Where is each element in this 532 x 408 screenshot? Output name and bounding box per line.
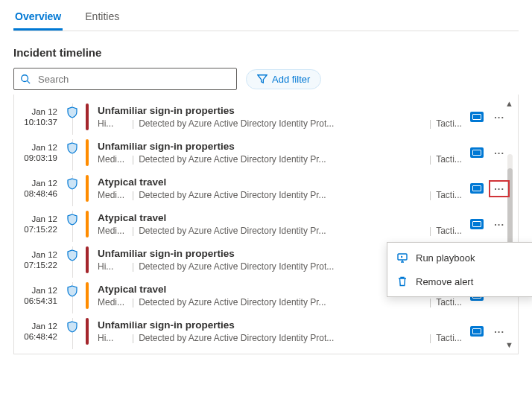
timestamp-time: 06:54:31 [14,296,57,306]
add-filter-label: Add filter [272,74,310,85]
timestamp-time: 07:15:22 [14,224,57,235]
alert-type-icon-col [63,139,81,166]
detected-by: Detected by Azure Active Directory Ident… [139,226,425,236]
alert-title: Unfamiliar sign-in properties [98,319,466,331]
alert-type-icon-col [63,211,81,238]
tactics-label: Tacti... [436,297,466,307]
search-box[interactable] [13,68,237,90]
alert-type-icon-col [63,318,81,345]
shield-icon [66,214,78,226]
shield-icon [66,142,78,154]
alert-meta: Medi...|Detected by Azure Active Directo… [98,190,466,200]
alert-type-icon-col [63,246,81,273]
timeline-row[interactable]: Jan 1208:48:46Atypical travelMedi...|Det… [14,170,513,206]
timeline-panel: ▲ ▼ Jan 1210:10:37Unfamiliar sign-in pro… [13,95,519,354]
more-actions-button[interactable]: ··· [491,325,507,338]
alert-type-icon-col [63,175,81,202]
context-menu: Run playbook Remove alert [387,242,532,297]
search-icon [20,74,31,84]
more-actions-button[interactable]: ··· [491,218,507,231]
tactics-label: Tacti... [436,118,466,129]
workspace-icon [470,112,484,122]
detected-by: Detected by Azure Active Directory Ident… [139,261,425,272]
menu-run-playbook[interactable]: Run playbook [387,246,532,270]
alert-type-icon-col [63,282,81,309]
timeline-row[interactable]: Jan 1210:10:37Unfamiliar sign-in propert… [14,99,513,135]
alert-title: Unfamiliar sign-in properties [98,141,466,152]
workspace-icon [470,219,484,229]
timestamp-date: Jan 12 [14,106,57,117]
timestamp-date: Jan 12 [14,249,57,260]
detected-by: Detected by Azure Active Directory Ident… [139,190,425,200]
menu-remove-alert-label: Remove alert [416,276,473,287]
timestamp-time: 09:03:19 [14,153,57,163]
search-input[interactable] [37,73,230,86]
severity-bar [86,175,89,202]
shield-icon [66,178,78,190]
tactics-label: Tacti... [436,154,466,165]
severity-label: Medi... [98,190,127,200]
timestamp: Jan 1208:48:46 [14,175,59,202]
alert-title: Atypical travel [98,176,466,188]
playbook-icon [396,252,408,264]
severity-bar [86,139,89,166]
more-actions-button[interactable]: ··· [491,182,507,195]
timestamp-date: Jan 12 [14,214,57,224]
row-actions: ··· [470,139,510,166]
trash-icon [396,275,408,287]
timestamp-date: Jan 12 [14,142,57,153]
tactics-label: Tacti... [436,190,466,200]
row-actions: ··· [470,103,510,130]
severity-label: Hi... [98,118,127,129]
timeline-row[interactable]: Jan 1206:48:42Unfamiliar sign-in propert… [14,313,513,349]
alert-meta: Medi...|Detected by Azure Active Directo… [98,226,466,236]
alert-body: Unfamiliar sign-in propertiesHi...|Detec… [93,103,466,130]
tab-overview[interactable]: Overview [13,6,63,31]
controls-row: Add filter [13,68,519,90]
timestamp-time: 06:48:42 [14,331,57,342]
timestamp: Jan 1206:48:42 [14,318,59,345]
workspace-icon [470,326,484,337]
alert-type-icon-col [63,103,81,130]
timestamp-date: Jan 12 [14,178,57,188]
timestamp: Jan 1207:15:22 [14,246,59,273]
alert-body: Atypical travelMedi...|Detected by Azure… [93,211,466,238]
timeline-rows: Jan 1210:10:37Unfamiliar sign-in propert… [14,99,513,349]
timeline-row[interactable]: Jan 1209:03:19Unfamiliar sign-in propert… [14,135,513,170]
workspace-icon [470,147,484,158]
more-actions-button[interactable]: ··· [491,147,507,159]
more-actions-button[interactable]: ··· [491,111,507,124]
svg-line-1 [28,81,31,84]
alert-title: Atypical travel [98,212,466,223]
timestamp-time: 08:48:46 [14,188,57,199]
severity-bar [86,282,89,309]
alert-meta: Hi...|Detected by Azure Active Directory… [98,118,466,129]
row-actions: ··· [470,318,510,345]
alert-body: Unfamiliar sign-in propertiesMedi...|Det… [93,139,466,166]
panel-title: Incident timeline [13,46,519,59]
alert-meta: Hi...|Detected by Azure Active Directory… [98,333,466,343]
add-filter-button[interactable]: Add filter [246,69,321,89]
tactics-label: Tacti... [436,333,466,343]
row-actions: ··· [470,175,510,202]
shield-icon [66,106,78,118]
svg-point-0 [22,75,28,82]
row-actions: ··· [470,211,510,238]
detected-by: Detected by Azure Active Directory Ident… [139,333,425,343]
timeline-row[interactable]: Jan 1207:15:22Atypical travelMedi...|Det… [14,206,513,242]
timestamp-date: Jan 12 [14,285,57,296]
timestamp: Jan 1210:10:37 [14,103,59,130]
shield-icon [66,321,78,333]
menu-remove-alert[interactable]: Remove alert [387,270,532,293]
severity-label: Medi... [98,226,127,236]
tab-entities[interactable]: Entities [83,6,121,31]
timestamp: Jan 1207:15:22 [14,211,59,238]
timestamp-date: Jan 12 [14,321,57,331]
tactics-label: Tacti... [436,226,466,236]
alert-meta: Medi...|Detected by Azure Active Directo… [98,154,466,165]
timestamp-time: 07:15:22 [14,260,57,270]
timestamp-time: 10:10:37 [14,117,57,127]
detected-by: Detected by Azure Active Directory Ident… [139,154,425,165]
severity-bar [86,103,89,130]
menu-run-playbook-label: Run playbook [416,252,475,264]
